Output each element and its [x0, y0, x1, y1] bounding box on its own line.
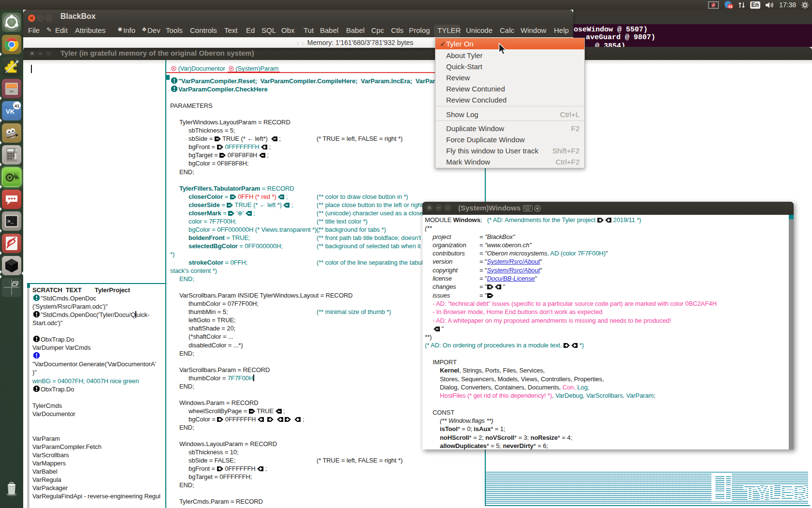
svg-text:VK: VK [6, 108, 15, 115]
svg-text:41: 41 [728, 4, 732, 8]
svg-text:>_: >_ [7, 219, 14, 224]
svg-text:41: 41 [14, 103, 20, 108]
